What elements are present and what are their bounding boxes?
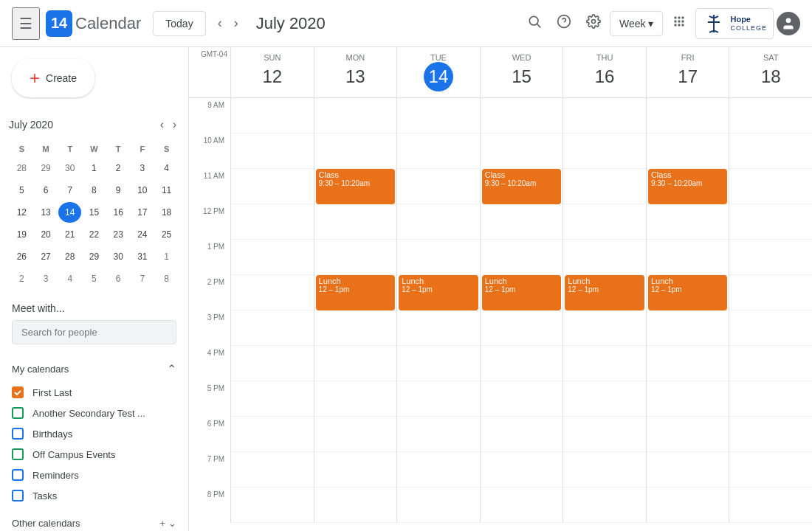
hour-slot[interactable] [481,133,563,169]
calendar-checkbox[interactable] [12,407,24,419]
hour-slot[interactable] [563,452,646,487]
calendar-item[interactable]: Tasks [0,485,188,506]
mini-cal-day[interactable]: 25 [155,224,178,245]
mini-cal-day[interactable]: 23 [107,224,130,245]
hour-slot[interactable] [647,381,729,417]
hour-slot[interactable] [647,346,729,381]
mini-cal-day[interactable]: 31 [131,246,154,267]
mini-cal-day[interactable]: 30 [107,246,130,267]
mini-cal-day[interactable]: 29 [35,158,58,178]
hour-slot[interactable] [231,204,314,240]
hour-slot[interactable] [314,346,397,381]
hour-slot[interactable] [397,381,480,417]
day-header[interactable]: SUN12 [230,47,314,97]
org-logo[interactable]: Hope COLLEGE [695,8,774,39]
mini-cal-day[interactable]: 14 [58,202,81,223]
hour-slot[interactable] [481,204,563,240]
calendar-item[interactable]: Reminders [0,465,188,485]
mini-cal-day[interactable]: 7 [58,180,81,201]
add-other-cal-icon[interactable]: + [159,518,165,529]
hour-slot[interactable] [647,310,729,346]
hour-slot[interactable] [314,133,397,169]
hour-slot[interactable] [314,417,397,452]
calendar-event[interactable]: Class9:30 – 10:20am [316,169,396,204]
hour-slot[interactable] [563,204,646,240]
mini-cal-day[interactable]: 11 [155,180,178,201]
day-header[interactable]: MON13 [314,47,397,97]
day-header[interactable]: TUE14 [396,47,480,97]
hour-slot[interactable] [729,275,812,310]
hour-slot[interactable] [397,240,480,275]
hour-slot[interactable] [314,452,397,487]
mini-cal-day[interactable]: 1 [83,158,106,178]
mini-cal-day[interactable]: 16 [107,202,130,223]
mini-cal-day[interactable]: 15 [83,202,106,223]
calendar-checkbox[interactable] [12,428,24,440]
mini-cal-day[interactable]: 2 [10,268,33,289]
hour-slot[interactable] [481,417,563,452]
day-header[interactable]: FRI17 [646,47,729,97]
mini-cal-day[interactable]: 28 [58,246,81,267]
mini-cal-day[interactable]: 1 [155,246,178,267]
hour-slot[interactable] [563,346,646,381]
prev-arrow[interactable]: ‹ [212,10,228,37]
calendar-item[interactable]: Birthdays [0,423,188,444]
search-icon[interactable] [521,8,548,38]
hour-slot[interactable] [231,487,314,523]
hour-slot[interactable] [231,417,314,452]
hour-slot[interactable] [729,204,812,240]
hour-slot[interactable] [231,275,314,310]
hour-slot[interactable] [647,133,729,169]
calendar-event[interactable]: Lunch12 – 1pm [482,275,562,310]
mini-cal-next[interactable]: › [170,115,179,134]
mini-cal-day[interactable]: 4 [155,158,178,178]
next-arrow[interactable]: › [228,10,244,37]
hour-slot[interactable] [397,204,480,240]
mini-cal-day[interactable]: 18 [155,202,178,223]
hour-slot[interactable] [563,240,646,275]
hour-slot[interactable] [563,98,646,133]
hour-slot[interactable] [397,346,480,381]
hour-slot[interactable] [563,381,646,417]
mini-cal-day[interactable]: 3 [131,158,154,178]
my-calendars-header[interactable]: My calendars ⌃ [0,356,188,382]
hour-slot[interactable] [729,98,812,133]
hour-slot[interactable] [481,487,563,523]
hour-slot[interactable] [563,487,646,523]
hour-slot[interactable] [729,417,812,452]
hour-slot[interactable] [481,381,563,417]
hour-slot[interactable] [647,240,729,275]
mini-cal-day[interactable]: 30 [58,158,81,178]
hour-slot[interactable] [397,452,480,487]
hour-slot[interactable] [231,346,314,381]
hour-slot[interactable] [563,310,646,346]
hour-slot[interactable] [314,487,397,523]
calendar-checkbox[interactable] [12,386,24,398]
mini-cal-day[interactable]: 19 [10,224,33,245]
hour-slot[interactable] [729,169,812,204]
hour-slot[interactable] [729,133,812,169]
create-button[interactable]: + Create [12,59,94,97]
mini-cal-day[interactable]: 4 [58,268,81,289]
mini-cal-day[interactable]: 5 [10,180,33,201]
hour-slot[interactable] [231,133,314,169]
hour-slot[interactable] [729,310,812,346]
mini-cal-day[interactable]: 10 [131,180,154,201]
hour-slot[interactable] [314,98,397,133]
mini-cal-day[interactable]: 21 [58,224,81,245]
calendar-event[interactable]: Lunch12 – 1pm [316,275,396,310]
mini-cal-day[interactable]: 24 [131,224,154,245]
hour-slot[interactable] [481,346,563,381]
mini-cal-day[interactable]: 7 [131,268,154,289]
hour-slot[interactable] [314,204,397,240]
calendar-checkbox[interactable] [12,490,24,502]
hour-slot[interactable] [729,240,812,275]
mini-cal-day[interactable]: 2 [107,158,130,178]
mini-cal-day[interactable]: 5 [83,268,106,289]
hour-slot[interactable] [647,204,729,240]
day-header[interactable]: WED15 [480,47,563,97]
calendar-event[interactable]: Lunch12 – 1pm [565,275,644,310]
mini-cal-day[interactable]: 3 [35,268,58,289]
help-icon[interactable] [551,8,577,38]
mini-cal-day[interactable]: 20 [35,224,58,245]
